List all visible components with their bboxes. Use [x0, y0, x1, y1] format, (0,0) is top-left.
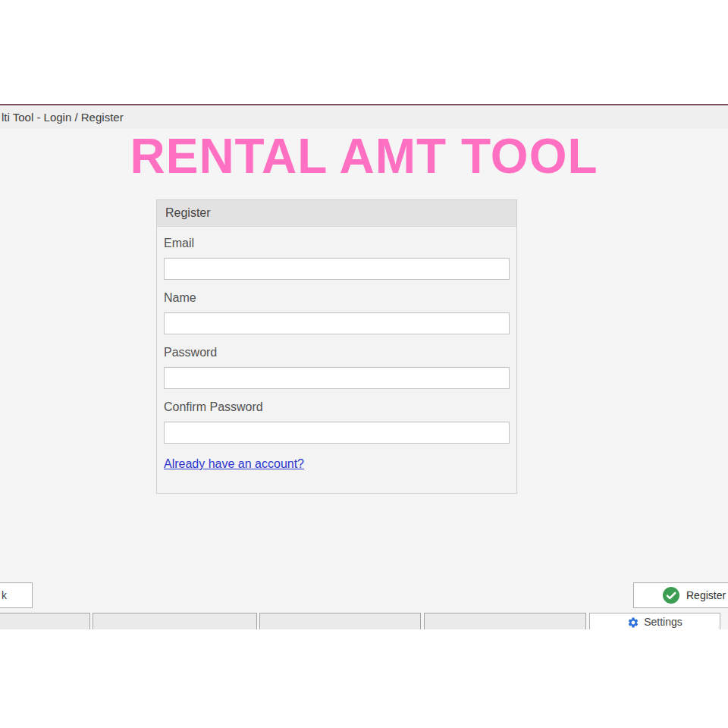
panel-header: Register [157, 200, 516, 227]
settings-button[interactable]: Settings [589, 613, 720, 629]
cutoff-panel-1 [0, 613, 90, 629]
settings-label: Settings [644, 616, 682, 629]
back-button[interactable]: k [0, 582, 33, 608]
confirm-password-label: Confirm Password [164, 400, 510, 414]
app-window-capture: lti Tool - Login / Register RENTAL AMT T… [0, 104, 728, 629]
register-form-panel: Register Email Name Password Confirm Pas… [156, 199, 517, 494]
name-label: Name [164, 291, 510, 305]
name-field[interactable] [164, 312, 510, 334]
cutoff-panel-4 [424, 613, 586, 629]
cutoff-panel-2 [93, 613, 257, 629]
window-title: lti Tool - Login / Register [2, 111, 124, 124]
email-label: Email [164, 237, 510, 250]
password-label: Password [164, 346, 510, 359]
panel-header-label: Register [165, 206, 211, 220]
panel-body: Email Name Password Confirm Password Alr… [157, 237, 516, 471]
app-heading: RENTAL AMT TOOL [0, 129, 728, 184]
register-button[interactable]: Register [633, 582, 728, 608]
gear-icon [627, 617, 639, 629]
cutoff-panel-3 [259, 613, 421, 629]
register-button-label: Register [686, 589, 726, 601]
already-have-account-link[interactable]: Already have an account? [164, 457, 304, 471]
back-button-label: k [2, 589, 7, 601]
window-titlebar: lti Tool - Login / Register [0, 105, 728, 129]
check-circle-icon [662, 586, 680, 604]
confirm-password-field[interactable] [164, 422, 510, 444]
email-field[interactable] [164, 258, 510, 280]
password-field[interactable] [164, 367, 510, 389]
